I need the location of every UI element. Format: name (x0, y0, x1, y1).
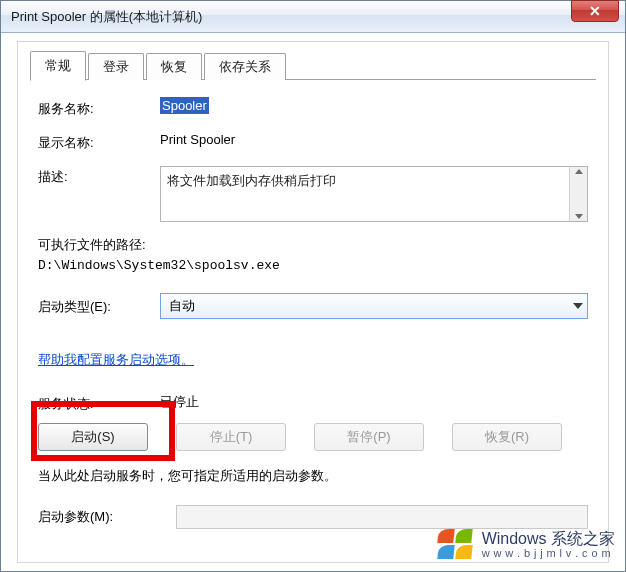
scroll-up-icon (575, 169, 583, 174)
startup-type-value: 自动 (169, 297, 195, 315)
row-start-params: 启动参数(M): (38, 505, 588, 529)
service-name-value: Spooler (160, 98, 588, 113)
resume-button: 恢复(R) (452, 423, 562, 451)
status-label: 服务状态: (38, 393, 160, 413)
watermark-line1: Windows 系统之家 (482, 531, 615, 548)
watermark-text: Windows 系统之家 w w w . b j j m l v . c o m (482, 531, 615, 559)
window-title: Print Spooler 的属性(本地计算机) (11, 8, 202, 26)
help-link[interactable]: 帮助我配置服务启动选项。 (38, 351, 194, 369)
properties-dialog: Print Spooler 的属性(本地计算机) ✕ 常规 登录 恢复 依存关系… (0, 0, 626, 572)
display-name-label: 显示名称: (38, 132, 160, 152)
close-icon: ✕ (589, 4, 601, 18)
startup-type-combo[interactable]: 自动 (160, 293, 588, 319)
tab-strip: 常规 登录 恢复 依存关系 (30, 52, 596, 80)
row-display-name: 显示名称: Print Spooler (38, 132, 588, 152)
description-textarea[interactable]: 将文件加载到内存供稍后打印 (160, 166, 588, 222)
watermark: Windows 系统之家 w w w . b j j m l v . c o m (434, 527, 615, 563)
pause-button: 暂停(P) (314, 423, 424, 451)
tab-general[interactable]: 常规 (30, 51, 86, 81)
service-name-label: 服务名称: (38, 98, 160, 118)
exe-path-value: D:\Windows\System32\spoolsv.exe (38, 258, 588, 273)
exe-path-label: 可执行文件的路径: (38, 236, 588, 254)
scroll-down-icon (575, 214, 583, 219)
watermark-line2: w w w . b j j m l v . c o m (482, 548, 615, 560)
row-description: 描述: 将文件加载到内存供稍后打印 (38, 166, 588, 222)
row-service-name: 服务名称: Spooler (38, 98, 588, 118)
stop-button: 停止(T) (176, 423, 286, 451)
start-params-input (176, 505, 588, 529)
chevron-down-icon (573, 303, 583, 309)
start-button[interactable]: 启动(S) (38, 423, 148, 451)
client-area: 常规 登录 恢复 依存关系 服务名称: Spooler 显示名称: Print … (17, 41, 609, 563)
service-name-text: Spooler (160, 97, 209, 114)
display-name-value: Print Spooler (160, 132, 588, 147)
description-text: 将文件加载到内存供稍后打印 (167, 173, 336, 188)
description-scrollbar[interactable] (569, 167, 587, 221)
tab-logon[interactable]: 登录 (88, 53, 144, 80)
row-status: 服务状态: 已停止 (38, 393, 588, 413)
close-button[interactable]: ✕ (571, 0, 619, 22)
description-label: 描述: (38, 166, 160, 186)
service-control-buttons: 启动(S) 停止(T) 暂停(P) 恢复(R) (38, 423, 588, 451)
windows-logo-icon (434, 527, 474, 563)
row-startup-type: 启动类型(E): 自动 (38, 293, 588, 319)
tab-recovery[interactable]: 恢复 (146, 53, 202, 80)
status-value: 已停止 (160, 393, 588, 411)
titlebar: Print Spooler 的属性(本地计算机) ✕ (1, 1, 625, 33)
exe-path-block: 可执行文件的路径: D:\Windows\System32\spoolsv.ex… (38, 236, 588, 273)
tab-dependencies[interactable]: 依存关系 (204, 53, 286, 80)
startup-hint: 当从此处启动服务时，您可指定所适用的启动参数。 (38, 467, 588, 485)
tab-body-general: 服务名称: Spooler 显示名称: Print Spooler 描述: 将文… (30, 80, 596, 529)
start-params-label: 启动参数(M): (38, 508, 160, 526)
startup-type-label: 启动类型(E): (38, 296, 160, 316)
